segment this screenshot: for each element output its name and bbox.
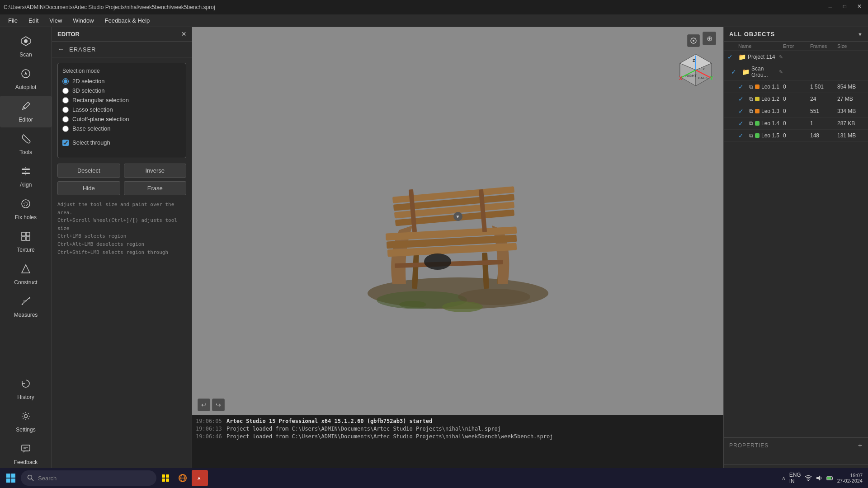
redo-button[interactable]: ↪ bbox=[212, 399, 225, 411]
viewport-extra-btn[interactable] bbox=[687, 34, 700, 47]
row-name: ⧉ Leo 1.1 bbox=[749, 84, 783, 90]
row-check[interactable]: ✓ bbox=[738, 132, 749, 139]
taskbar-artec-icon[interactable]: A bbox=[192, 470, 208, 486]
radio-cutoff-selection[interactable]: Cutoff-plane selection bbox=[62, 116, 181, 122]
sidebar-item-feedback[interactable]: Feedback bbox=[0, 438, 52, 470]
svg-rect-64 bbox=[166, 474, 169, 478]
sidebar-label-measures: Measures bbox=[14, 312, 38, 318]
radio-2d-selection[interactable]: 2D selection bbox=[62, 78, 181, 84]
table-row[interactable]: ✓ ⧉ Leo 1.5 0 148 131 MB bbox=[724, 130, 868, 142]
inverse-button[interactable]: Inverse bbox=[124, 164, 187, 178]
menu-view[interactable]: View bbox=[45, 15, 66, 26]
hide-button[interactable]: Hide bbox=[57, 181, 120, 195]
maximize-button[interactable]: □ bbox=[840, 2, 849, 12]
sidebar-label-fix-holes: Fix holes bbox=[15, 214, 37, 221]
select-through-checkbox[interactable]: Select through bbox=[62, 139, 181, 146]
editor-header: EDITOR ✕ bbox=[52, 27, 192, 42]
radio-base-input[interactable] bbox=[62, 126, 69, 132]
radio-lasso-selection[interactable]: Lasso selection bbox=[62, 106, 181, 113]
svg-point-1 bbox=[24, 39, 28, 43]
editor-close-button[interactable]: ✕ bbox=[181, 31, 186, 38]
objects-table-header: Name Error Frames Size bbox=[724, 42, 868, 51]
close-button[interactable]: ✕ bbox=[854, 2, 864, 12]
log-time-2: 19:06:13 bbox=[196, 426, 223, 432]
sidebar-label-feedback: Feedback bbox=[14, 459, 38, 465]
hint-1: Adjust the tool size and paint over the … bbox=[57, 201, 186, 216]
radio-base-selection[interactable]: Base selection bbox=[62, 125, 181, 132]
menu-file[interactable]: File bbox=[4, 15, 22, 26]
table-row[interactable]: ✓ ⧉ Leo 1.4 0 1 287 KB bbox=[724, 117, 868, 130]
sidebar-item-autopilot[interactable]: Autopilot bbox=[0, 63, 52, 95]
viewport[interactable]: Z Y RIGHT BACK X Y ⊕ bbox=[192, 27, 723, 474]
edit-icon[interactable]: ✎ bbox=[779, 69, 783, 75]
sidebar-label-tools: Tools bbox=[19, 149, 32, 155]
sidebar-item-settings[interactable]: Settings bbox=[0, 406, 52, 437]
viewport-divider-handle[interactable]: ▼ bbox=[453, 212, 462, 221]
table-row[interactable]: ✓ 📁 Project 114 ✎ bbox=[724, 51, 868, 63]
menubar: File Edit View Window Feedback & Help bbox=[0, 14, 868, 27]
row-check[interactable]: ✓ bbox=[727, 53, 738, 61]
properties-add-button[interactable]: + bbox=[858, 441, 863, 450]
sidebar-item-editor[interactable]: Editor bbox=[0, 96, 52, 127]
deselect-button[interactable]: Deselect bbox=[57, 164, 120, 178]
erase-button[interactable]: Erase bbox=[124, 181, 187, 195]
title-path: C:\Users\ADMIN\Documents\Artec Studio Pr… bbox=[4, 4, 215, 10]
table-row[interactable]: ✓ ⧉ Leo 1.3 0 551 334 MB bbox=[724, 105, 868, 117]
sidebar-item-construct[interactable]: Construct bbox=[0, 258, 52, 290]
radio-rect-input[interactable] bbox=[62, 97, 69, 103]
row-check[interactable]: ✓ bbox=[738, 95, 749, 103]
sidebar-item-measures[interactable]: m Measures bbox=[0, 291, 52, 323]
radio-cutoff-input[interactable] bbox=[62, 116, 69, 122]
tools-icon bbox=[20, 133, 32, 147]
taskbar-search[interactable]: Search bbox=[21, 470, 156, 486]
all-objects-dropdown[interactable]: ▼ bbox=[858, 32, 863, 37]
tray-expand[interactable]: ∧ bbox=[782, 475, 786, 481]
start-button[interactable] bbox=[2, 469, 20, 487]
row-check[interactable]: ✓ bbox=[738, 108, 749, 115]
menu-feedback-help[interactable]: Feedback & Help bbox=[100, 15, 155, 26]
selection-mode-label: Selection mode bbox=[62, 68, 181, 74]
sidebar-item-fix-holes[interactable]: Fix holes bbox=[0, 193, 52, 225]
radio-3d-selection[interactable]: 3D selection bbox=[62, 87, 181, 94]
edit-icon[interactable]: ✎ bbox=[779, 54, 783, 60]
col-name: Name bbox=[738, 43, 783, 49]
eraser-back-button[interactable]: ← bbox=[57, 45, 65, 53]
row-check[interactable]: ✓ bbox=[731, 68, 742, 75]
sidebar-item-align[interactable]: Align bbox=[0, 161, 52, 192]
table-row[interactable]: ✓ ⧉ Leo 1.1 0 1 501 854 MB bbox=[724, 81, 868, 93]
battery-icon bbox=[826, 474, 834, 482]
menu-edit[interactable]: Edit bbox=[24, 15, 43, 26]
sidebar-item-history[interactable]: History bbox=[0, 373, 52, 405]
radio-rectangular-selection[interactable]: Rectangular selection bbox=[62, 97, 181, 103]
radio-lasso-input[interactable] bbox=[62, 107, 69, 113]
sidebar-item-tools[interactable]: Tools bbox=[0, 128, 52, 160]
log-text-3: Project loaded from C:\Users\ADMIN\Docum… bbox=[226, 433, 553, 440]
color-indicator bbox=[755, 109, 760, 113]
undo-button[interactable]: ↩ bbox=[198, 399, 210, 411]
table-row[interactable]: ✓ ⧉ Leo 1.2 0 24 27 MB bbox=[724, 93, 868, 105]
radio-2d-input[interactable] bbox=[62, 78, 69, 84]
radio-3d-input[interactable] bbox=[62, 88, 69, 94]
table-row[interactable]: ✓ 📁 Scan Grou... ✎ bbox=[724, 63, 868, 81]
row-name: 📁 Project 114 ✎ bbox=[738, 53, 783, 61]
taskbar-files-icon[interactable] bbox=[157, 470, 174, 486]
viewport-canvas[interactable]: Z Y RIGHT BACK X Y ⊕ bbox=[192, 27, 723, 415]
feedback-icon bbox=[20, 443, 32, 457]
scan-layers-icon: ⧉ bbox=[749, 84, 753, 90]
minimize-button[interactable]: − bbox=[825, 2, 835, 12]
row-check[interactable]: ✓ bbox=[738, 83, 749, 90]
menu-window[interactable]: Window bbox=[68, 15, 98, 26]
select-through-input[interactable] bbox=[62, 140, 69, 146]
svg-rect-10 bbox=[26, 232, 30, 236]
editor-body: Selection mode 2D selection 3D selection… bbox=[52, 57, 192, 474]
sidebar-item-scan[interactable]: Scan bbox=[0, 31, 52, 62]
lang-indicator[interactable]: ENGIN bbox=[789, 472, 801, 484]
row-check[interactable]: ✓ bbox=[738, 120, 749, 127]
viewport-target-button[interactable]: ⊕ bbox=[703, 32, 716, 45]
radio-cutoff-label: Cutoff-plane selection bbox=[72, 116, 129, 122]
row-frames: 148 bbox=[810, 132, 837, 139]
sidebar-item-texture[interactable]: Texture bbox=[0, 226, 52, 258]
scan-layers-icon: ⧉ bbox=[749, 120, 753, 127]
taskbar-browser-icon[interactable] bbox=[175, 470, 191, 486]
orientation-cube[interactable]: Z Y RIGHT BACK X Y bbox=[675, 52, 716, 93]
